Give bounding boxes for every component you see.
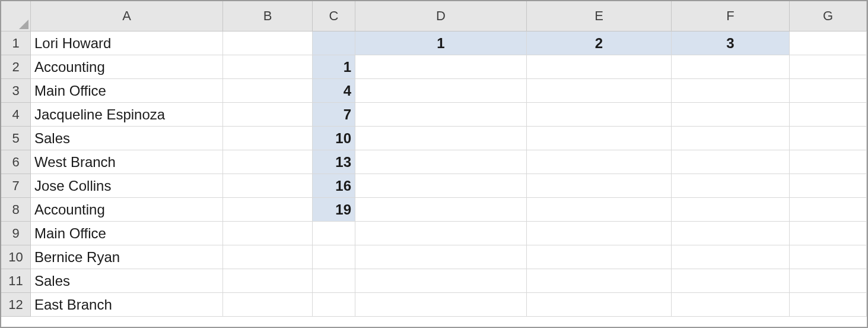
cell-C8[interactable]: 19	[313, 198, 355, 222]
cell-D6[interactable]	[355, 150, 527, 174]
cell-E1[interactable]: 2	[527, 31, 672, 55]
row-header-4[interactable]: 4	[1, 103, 31, 127]
cell-D9[interactable]	[355, 222, 527, 245]
cell-A9[interactable]: Main Office	[31, 222, 223, 245]
cell-F5[interactable]	[672, 127, 790, 150]
cell-D4[interactable]	[355, 103, 527, 127]
cell-G3[interactable]	[790, 79, 867, 103]
cell-D2[interactable]	[355, 55, 527, 79]
cell-A5[interactable]: Sales	[31, 127, 223, 150]
cell-C9[interactable]	[313, 222, 355, 245]
row-header-1[interactable]: 1	[1, 31, 31, 55]
cell-A7[interactable]: Jose Collins	[31, 174, 223, 198]
row-header-5[interactable]: 5	[1, 127, 31, 150]
col-header-B[interactable]: B	[223, 1, 313, 31]
cell-A8[interactable]: Accounting	[31, 198, 223, 222]
cell-D8[interactable]	[355, 198, 527, 222]
cell-E7[interactable]	[527, 174, 672, 198]
row-header-11[interactable]: 11	[1, 269, 31, 293]
cell-A12[interactable]: East Branch	[31, 293, 223, 317]
cell-B11[interactable]	[223, 269, 313, 293]
cell-C6[interactable]: 13	[313, 150, 355, 174]
cell-B10[interactable]	[223, 245, 313, 269]
row-header-2[interactable]: 2	[1, 55, 31, 79]
cell-F6[interactable]	[672, 150, 790, 174]
cell-E4[interactable]	[527, 103, 672, 127]
cell-C11[interactable]	[313, 269, 355, 293]
cell-E10[interactable]	[527, 245, 672, 269]
cell-G9[interactable]	[790, 222, 867, 245]
cell-B8[interactable]	[223, 198, 313, 222]
cell-A2[interactable]: Accounting	[31, 55, 223, 79]
row-header-12[interactable]: 12	[1, 293, 31, 317]
row-header-10[interactable]: 10	[1, 245, 31, 269]
cell-B7[interactable]	[223, 174, 313, 198]
cell-A11[interactable]: Sales	[31, 269, 223, 293]
cell-F9[interactable]	[672, 222, 790, 245]
cell-A3[interactable]: Main Office	[31, 79, 223, 103]
cell-D11[interactable]	[355, 269, 527, 293]
cell-F12[interactable]	[672, 293, 790, 317]
cell-E5[interactable]	[527, 127, 672, 150]
cell-G7[interactable]	[790, 174, 867, 198]
cell-D5[interactable]	[355, 127, 527, 150]
select-all-corner[interactable]	[1, 1, 31, 31]
cell-C2[interactable]: 1	[313, 55, 355, 79]
cell-A10[interactable]: Bernice Ryan	[31, 245, 223, 269]
cell-B9[interactable]	[223, 222, 313, 245]
cell-E11[interactable]	[527, 269, 672, 293]
col-header-A[interactable]: A	[31, 1, 223, 31]
cell-F4[interactable]	[672, 103, 790, 127]
cell-D10[interactable]	[355, 245, 527, 269]
cell-F11[interactable]	[672, 269, 790, 293]
cell-B2[interactable]	[223, 55, 313, 79]
col-header-F[interactable]: F	[672, 1, 790, 31]
cell-E2[interactable]	[527, 55, 672, 79]
cell-B12[interactable]	[223, 293, 313, 317]
cell-B6[interactable]	[223, 150, 313, 174]
row-header-3[interactable]: 3	[1, 79, 31, 103]
cell-G8[interactable]	[790, 198, 867, 222]
cell-G12[interactable]	[790, 293, 867, 317]
cell-D7[interactable]	[355, 174, 527, 198]
cell-A1[interactable]: Lori Howard	[31, 31, 223, 55]
cell-C1[interactable]	[313, 31, 355, 55]
col-header-G[interactable]: G	[790, 1, 867, 31]
cell-G1[interactable]	[790, 31, 867, 55]
cell-E3[interactable]	[527, 79, 672, 103]
cell-D12[interactable]	[355, 293, 527, 317]
cell-C12[interactable]	[313, 293, 355, 317]
cell-F2[interactable]	[672, 55, 790, 79]
cell-C7[interactable]: 16	[313, 174, 355, 198]
row-header-7[interactable]: 7	[1, 174, 31, 198]
cell-G10[interactable]	[790, 245, 867, 269]
cell-C5[interactable]: 10	[313, 127, 355, 150]
cell-B1[interactable]	[223, 31, 313, 55]
cell-E9[interactable]	[527, 222, 672, 245]
cell-F1[interactable]: 3	[672, 31, 790, 55]
col-header-C[interactable]: C	[313, 1, 355, 31]
cell-E8[interactable]	[527, 198, 672, 222]
cell-G5[interactable]	[790, 127, 867, 150]
cell-G2[interactable]	[790, 55, 867, 79]
cell-A4[interactable]: Jacqueline Espinoza	[31, 103, 223, 127]
cell-C4[interactable]: 7	[313, 103, 355, 127]
cell-A6[interactable]: West Branch	[31, 150, 223, 174]
cell-E12[interactable]	[527, 293, 672, 317]
col-header-D[interactable]: D	[355, 1, 527, 31]
cell-B3[interactable]	[223, 79, 313, 103]
cell-G4[interactable]	[790, 103, 867, 127]
row-header-9[interactable]: 9	[1, 222, 31, 245]
cell-D1[interactable]: 1	[355, 31, 527, 55]
cell-F10[interactable]	[672, 245, 790, 269]
cell-B4[interactable]	[223, 103, 313, 127]
cell-F3[interactable]	[672, 79, 790, 103]
row-header-6[interactable]: 6	[1, 150, 31, 174]
cell-B5[interactable]	[223, 127, 313, 150]
cell-G6[interactable]	[790, 150, 867, 174]
col-header-E[interactable]: E	[527, 1, 672, 31]
cell-G11[interactable]	[790, 269, 867, 293]
cell-C3[interactable]: 4	[313, 79, 355, 103]
cell-E6[interactable]	[527, 150, 672, 174]
row-header-8[interactable]: 8	[1, 198, 31, 222]
